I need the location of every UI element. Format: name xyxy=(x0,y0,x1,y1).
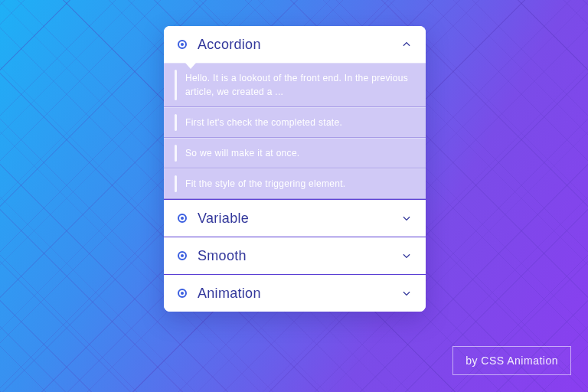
accordion: Accordion Hello. It is a lookout of the … xyxy=(164,26,426,312)
bullet-icon xyxy=(178,40,187,49)
accordion-section-animation: Animation xyxy=(164,275,426,312)
accordion-panel: Hello. It is a lookout of the front end.… xyxy=(164,63,426,199)
chevron-down-icon xyxy=(401,250,412,261)
accordion-header-animation[interactable]: Animation xyxy=(164,275,426,312)
list-item[interactable]: First let's check the completed state. xyxy=(164,107,426,138)
speech-tail-icon xyxy=(185,63,196,69)
accordion-title: Accordion xyxy=(198,37,401,53)
accordion-header-accordion[interactable]: Accordion xyxy=(164,26,426,63)
list-item[interactable]: Fit the style of the triggering element. xyxy=(164,168,426,199)
accordion-header-smooth[interactable]: Smooth xyxy=(164,237,426,274)
accordion-section-smooth: Smooth xyxy=(164,237,426,275)
list-item[interactable]: Hello. It is a lookout of the front end.… xyxy=(164,63,426,107)
credit-badge: by CSS Animation xyxy=(452,346,571,375)
accordion-title: Variable xyxy=(198,211,401,227)
bullet-icon xyxy=(178,214,187,223)
accordion-title: Animation xyxy=(198,286,401,302)
accordion-section-variable: Variable xyxy=(164,200,426,237)
accordion-header-variable[interactable]: Variable xyxy=(164,200,426,237)
accordion-section-accordion: Accordion Hello. It is a lookout of the … xyxy=(164,26,426,200)
accordion-title: Smooth xyxy=(198,248,401,264)
chevron-up-icon xyxy=(401,39,412,50)
list-item[interactable]: So we will make it at once. xyxy=(164,138,426,168)
chevron-down-icon xyxy=(401,288,412,299)
credit-text: by CSS Animation xyxy=(466,354,558,367)
chevron-down-icon xyxy=(401,213,412,224)
bullet-icon xyxy=(178,251,187,260)
bullet-icon xyxy=(178,289,187,298)
